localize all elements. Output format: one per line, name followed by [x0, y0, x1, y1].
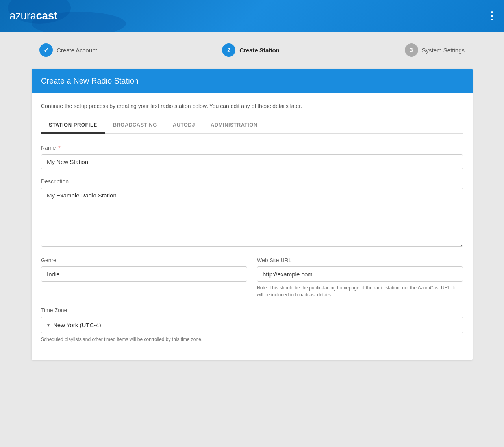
tab-autodj[interactable]: AUTODJ: [165, 117, 203, 134]
step-create-station: 2 Create Station: [222, 43, 280, 57]
logo-text: azuracast: [9, 9, 57, 22]
step-label-2: Create Station: [239, 47, 280, 54]
tab-station-profile[interactable]: STATION PROFILE: [41, 117, 105, 134]
genre-label: Genre: [41, 257, 247, 263]
timezone-label: Time Zone: [41, 307, 463, 313]
station-profile-form: Name * Description My Example Radio Stat…: [41, 145, 463, 342]
website-input[interactable]: [257, 266, 463, 282]
step-line-2: [286, 50, 398, 50]
step-label-3: System Settings: [422, 47, 465, 54]
setup-stepper: ✓ Create Account 2 Create Station 3 Syst…: [32, 43, 472, 57]
step-circle-2: 2: [222, 43, 235, 57]
tab-broadcasting[interactable]: BROADCASTING: [105, 117, 165, 134]
genre-website-row: Genre Web Site URL Note: This should be …: [41, 257, 463, 307]
create-station-card: Create a New Radio Station Continue the …: [32, 69, 472, 360]
timezone-field-group: Time Zone ▼ New York (UTC-4) London (UTC…: [41, 307, 463, 342]
menu-dot: [491, 15, 493, 17]
name-input[interactable]: [41, 154, 463, 169]
timezone-select[interactable]: New York (UTC-4) London (UTC+0) Los Ange…: [41, 317, 463, 333]
card-description: Continue the setup process by creating y…: [41, 103, 463, 109]
step-label-1: Create Account: [57, 47, 97, 54]
website-field-group: Web Site URL Note: This should be the pu…: [257, 257, 463, 298]
genre-col: Genre: [41, 257, 247, 307]
genre-field-group: Genre: [41, 257, 247, 282]
card-title: Create a New Radio Station: [41, 76, 463, 86]
app-logo: azuracast: [9, 9, 57, 22]
name-label: Name *: [41, 145, 463, 151]
description-textarea[interactable]: My Example Radio Station: [41, 188, 463, 247]
header-menu-button[interactable]: [489, 10, 495, 22]
timezone-select-wrapper: ▼ New York (UTC-4) London (UTC+0) Los An…: [41, 317, 463, 333]
card-body: Continue the setup process by creating y…: [32, 93, 472, 360]
genre-input[interactable]: [41, 266, 247, 282]
form-tabs: STATION PROFILE BROADCASTING AUTODJ ADMI…: [41, 117, 463, 134]
website-col: Web Site URL Note: This should be the pu…: [257, 257, 463, 307]
tab-administration[interactable]: ADMINISTRATION: [203, 117, 265, 134]
website-label: Web Site URL: [257, 257, 463, 263]
description-label: Description: [41, 178, 463, 184]
step-circle-3: 3: [405, 43, 418, 57]
step-system-settings: 3 System Settings: [405, 43, 465, 57]
step-circle-1: ✓: [39, 43, 53, 57]
timezone-hint: Scheduled playlists and other timed item…: [41, 337, 463, 342]
name-field-group: Name *: [41, 145, 463, 169]
step-line-1: [104, 50, 216, 50]
card-header: Create a New Radio Station: [32, 69, 472, 93]
menu-dot: [491, 11, 493, 13]
checkmark-icon: ✓: [44, 47, 49, 54]
step-create-account: ✓ Create Account: [39, 43, 97, 57]
website-hint: Note: This should be the public-facing h…: [257, 284, 463, 298]
description-field-group: Description My Example Radio Station: [41, 178, 463, 248]
main-content: ✓ Create Account 2 Create Station 3 Syst…: [16, 32, 488, 372]
name-required: *: [58, 145, 60, 151]
app-header: azuracast: [0, 0, 504, 32]
menu-dot: [491, 19, 493, 20]
